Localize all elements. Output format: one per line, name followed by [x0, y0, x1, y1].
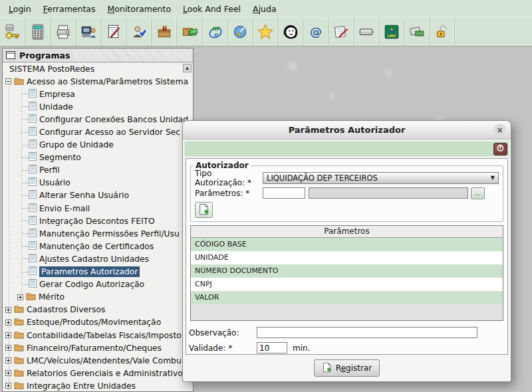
power-icon	[496, 144, 505, 154]
folder-icon	[14, 317, 24, 328]
lmc-icon: LMC	[383, 23, 400, 41]
tree-item-perfil[interactable]: Perfil	[3, 164, 193, 177]
titlebar-texture	[73, 50, 192, 60]
toolbar-button-printer[interactable]	[51, 18, 76, 46]
toolbar-button-card-money[interactable]	[404, 18, 430, 46]
notes-pen-icon	[332, 23, 350, 41]
toolbar-button-package-money[interactable]	[177, 18, 202, 46]
tree-item-empresa[interactable]: Empresa	[3, 88, 193, 100]
email-at-icon: @	[307, 23, 325, 41]
tree-item-grupo-de-unidade[interactable]: Grupo de Unidade	[3, 139, 193, 151]
tree-item-envio-e-mail[interactable]: Envio E-mail	[3, 202, 193, 215]
menu-item-monitoramento[interactable]: Monitoramento	[102, 1, 178, 17]
observacao-input[interactable]	[257, 327, 477, 338]
toolbar-button-compass[interactable]	[227, 18, 253, 46]
registrar-button[interactable]: Registrar	[314, 359, 380, 377]
document-icon	[29, 266, 37, 277]
toolbar-button-email-at[interactable]: @	[303, 18, 329, 46]
parametros-table-row[interactable]: NÚMERO DOCUMENTO	[191, 264, 503, 278]
toolbar: LOGNFe@LMC	[0, 17, 532, 47]
toolbar-button-padlock-open[interactable]	[430, 18, 455, 46]
close-button[interactable]: ×	[493, 124, 506, 136]
add-parameter-button[interactable]	[195, 202, 213, 218]
parametros-table-row[interactable]: VALOR	[191, 291, 503, 304]
toolbar-button-nfe[interactable]: NFe	[202, 18, 227, 46]
toolbar-button-battery[interactable]	[354, 18, 379, 46]
tree-item-financeiro-faturamento-cheques[interactable]: Financeiro/Faturamento/Cheques	[3, 342, 193, 354]
parametros-table-row[interactable]: CÓDIGO BASE	[191, 238, 503, 251]
close-icon: ×	[497, 125, 502, 136]
toolbar-button-workstation[interactable]	[76, 18, 101, 46]
toolbar-button-package[interactable]	[152, 18, 177, 46]
toolbar-button-login-key[interactable]: LOG	[0, 18, 25, 46]
tree-item-cadastros-diversos[interactable]: Cadastros Diversos	[3, 304, 193, 316]
scroll-up-button[interactable]: ▲	[183, 64, 192, 72]
menu-item-ferramentas[interactable]: Ferramentas	[37, 1, 102, 17]
toolbar-button-user-check[interactable]	[126, 18, 152, 46]
tree-item-configurar-acesso-ao-servidor-sec[interactable]: Configurar Acesso ao Servidor Sec	[3, 126, 193, 138]
tree-item-contabilidade-tabelas-fiscais-imposto[interactable]: Contabilidade/Tabelas Fiscais/Imposto	[3, 329, 193, 342]
tree-item-usuario[interactable]: Usuário	[3, 177, 193, 189]
parametros-table: Parâmetros CÓDIGO BASEUNIDADENÚMERO DOCU…	[190, 225, 503, 321]
panel-title: Programas	[19, 50, 70, 60]
validade-input[interactable]	[257, 342, 287, 353]
browse-button[interactable]: ...	[471, 187, 485, 199]
login-key-icon: LOG	[4, 23, 21, 41]
parametros-autorizador-dialog: Parâmetros Autorizador × Autorizador Tip…	[182, 120, 511, 382]
tree-item-manutencao-permissoes-perfil-usu[interactable]: Manutenção Permissões Perfil/Usu	[3, 227, 193, 240]
tree-item-acesso-ao-sistema-parametros-sistema[interactable]: Acesso ao Sistema/Parâmetros Sistema	[3, 75, 193, 88]
tree-item-segmento[interactable]: Segmento	[3, 151, 193, 164]
folder-icon	[14, 381, 24, 391]
notepad-icon	[105, 23, 122, 41]
parametros-input[interactable]	[263, 187, 305, 199]
dialog-titlebar[interactable]: Parâmetros Autorizador ×	[183, 121, 511, 140]
folder-icon	[14, 355, 24, 366]
document-icon	[29, 203, 37, 214]
parametros-table-row[interactable]: UNIDADE	[191, 251, 503, 264]
observacao-label: Observação:	[189, 328, 257, 338]
toolbar-button-notes-pen[interactable]	[329, 18, 354, 46]
folder-icon	[14, 343, 24, 353]
scroll-up-icon: ▲	[185, 65, 190, 71]
toolbar-button-calculator[interactable]	[25, 18, 51, 46]
tree-item-relatorios-gerenciais-e-administrativo[interactable]: Relatorios Gerenciais e Administrativo	[3, 367, 193, 379]
toolbar-button-star[interactable]	[253, 18, 278, 46]
tree-item-estoque-produtos-movimentacao[interactable]: Estoque/Produtos/Movimentação	[3, 316, 193, 329]
calculator-icon	[29, 23, 47, 41]
folder-icon	[14, 368, 24, 379]
tipo-autorizacao-select[interactable]: LIQUIDAÇÃO DEP TERCEIROS ▼	[263, 172, 499, 184]
programs-panel: Programas SISTEMA PostoRedesAcesso ao Si…	[2, 48, 194, 392]
tree-item-unidade[interactable]: Unidade	[3, 100, 193, 113]
document-icon	[29, 165, 37, 175]
tree-item-integracao-descontos-feito[interactable]: Integração Descontos FEITO	[3, 215, 193, 227]
tree-item-manutencao-de-certificados[interactable]: Manutenção de Certificados	[3, 240, 193, 252]
menu-item-look-and-feel[interactable]: Look And Feel	[177, 1, 247, 17]
window-icon	[6, 49, 15, 62]
tipo-autorizacao-label: Tipo Autorização: *	[195, 169, 263, 187]
tree-item-sistema-postoredes[interactable]: SISTEMA PostoRedes	[3, 62, 193, 75]
parametros-table-row[interactable]: CNPJ	[191, 278, 503, 291]
battery-icon	[358, 23, 375, 41]
menu-item-ajuda[interactable]: Ajuda	[247, 1, 283, 17]
parametros-description-field	[309, 187, 468, 199]
toolbar-button-notepad[interactable]	[101, 18, 126, 46]
tree-item-ajustes-cadastro-unidades[interactable]: Ajustes Cadastro Unidades	[3, 252, 193, 265]
tree-item-alterar-senha-usuario[interactable]: Alterar Senha Usuário	[3, 189, 193, 202]
add-document-icon	[198, 203, 210, 217]
toolbar-button-lmc[interactable]: LMC	[379, 18, 404, 46]
exit-button[interactable]	[493, 143, 507, 155]
tree-item-lmc-veiculos-atendentes-vale-combu[interactable]: LMC/Veículos/Atendentes/Vale Combu	[3, 354, 193, 367]
tree-item-merito[interactable]: Mérito	[3, 291, 193, 304]
tree-item-configurar-conexoes-bancos-unidad[interactable]: Configurar Conexões Bancos Unidad	[3, 113, 193, 126]
toolbar-button-support-headset[interactable]	[278, 18, 303, 46]
folder-icon	[14, 330, 24, 341]
document-icon	[29, 140, 37, 150]
dialog-title: Parâmetros Autorizador	[289, 125, 406, 135]
menu-bar: LoginFerramentasMonitoramentoLook And Fe…	[0, 0, 532, 17]
tree-item-integracao-entre-unidades[interactable]: Integração Entre Unidades	[3, 379, 193, 391]
programs-panel-header[interactable]: Programas	[3, 49, 193, 62]
tree-item-gerar-codigo-autorizacao[interactable]: Gerar Codigo Autorização	[3, 278, 193, 291]
compass-icon	[231, 23, 249, 41]
menu-item-login[interactable]: Login	[3, 1, 37, 17]
tree-item-parametros-autorizador[interactable]: Parametros Autorizador	[3, 266, 193, 278]
